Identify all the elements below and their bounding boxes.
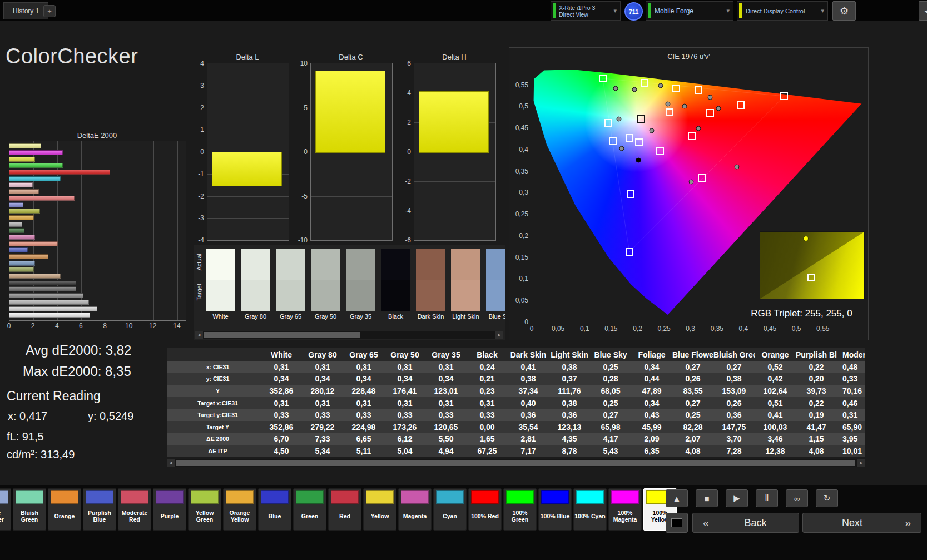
table-cell: 123,01 bbox=[425, 386, 467, 395]
add-tab-button[interactable]: + bbox=[43, 5, 56, 17]
patch-label: Light Skin bbox=[451, 313, 480, 320]
deltae-bar-row bbox=[9, 195, 186, 202]
scrollbar-thumb[interactable] bbox=[176, 460, 855, 466]
color-tile-moderate-red[interactable]: Moderate Red bbox=[118, 488, 151, 531]
tile-label: Green bbox=[301, 504, 318, 528]
color-tile-magenta[interactable]: Magenta bbox=[398, 488, 432, 531]
patch-strip-scrollbar[interactable]: ◄ ► bbox=[195, 331, 503, 339]
table-row-label: x: CIE31 bbox=[167, 364, 261, 370]
color-tile-100-blue[interactable]: 100% Blue bbox=[538, 488, 572, 531]
collapse-panel-button[interactable]: ◀ bbox=[919, 1, 927, 21]
scroll-right-icon[interactable]: ► bbox=[857, 459, 865, 467]
axis-tick-label: 0,4 bbox=[739, 325, 748, 333]
tile-label: Red bbox=[339, 504, 350, 528]
deltae-bar bbox=[9, 150, 63, 155]
color-tile-100-cyan[interactable]: 100% Cyan bbox=[573, 488, 607, 531]
continuous-measure-button[interactable]: ∞ bbox=[786, 489, 808, 507]
chevron-up-button[interactable]: ▲ bbox=[666, 489, 688, 507]
table-column-header: Moderate Red bbox=[837, 350, 865, 359]
color-tile-100-green[interactable]: 100% Green bbox=[503, 488, 537, 531]
delta-c-chart: 1050-5-10 bbox=[310, 63, 393, 241]
table-column-header: Gray 65 bbox=[343, 350, 384, 359]
patch-label: White bbox=[206, 313, 235, 320]
page-title: ColorChecker bbox=[6, 44, 138, 68]
gridline bbox=[207, 196, 289, 197]
display-preview-button[interactable] bbox=[666, 513, 688, 533]
pause-button[interactable]: Ⅱ bbox=[756, 489, 778, 507]
table-cell: 4,35 bbox=[549, 434, 590, 443]
table-cell: 4,17 bbox=[590, 434, 631, 443]
color-tile-orange[interactable]: Orange bbox=[48, 488, 81, 531]
source-selector[interactable]: Mobile Forge ▾ bbox=[646, 1, 733, 21]
tile-swatch bbox=[121, 490, 148, 504]
table-cell: 279,22 bbox=[302, 423, 343, 432]
patch-actual-half bbox=[276, 249, 305, 280]
deltae-chart-title: DeltaE 2000 bbox=[9, 131, 185, 140]
gridline bbox=[414, 181, 495, 182]
meter-selector[interactable]: X-Rite i1Pro 3 Direct View ▾ bbox=[551, 1, 621, 21]
stop-button[interactable]: ■ bbox=[696, 489, 718, 507]
source-status-indicator bbox=[648, 3, 651, 18]
delta-h-chart: 6420-2-4-6 bbox=[414, 63, 496, 241]
meter-mode: Direct View bbox=[559, 11, 609, 18]
table-cell: 82,28 bbox=[672, 423, 713, 432]
axis-tick-label: 8 bbox=[103, 322, 107, 330]
color-tile-blue-flower[interactable]: Blue Flower bbox=[0, 488, 11, 531]
next-button[interactable]: Next » bbox=[802, 513, 921, 533]
deltae-bar-row bbox=[9, 305, 186, 312]
cie-diagram-panel: CIE 1976 u'v' 0,550,50,450,40,350,30,250… bbox=[509, 47, 869, 340]
tile-swatch bbox=[331, 490, 359, 504]
table-scrollbar[interactable]: ◄ ► bbox=[167, 459, 865, 467]
settings-gear-button[interactable]: ⚙ bbox=[832, 1, 856, 21]
color-tile-purplish-blue[interactable]: Purplish Blue bbox=[83, 488, 116, 531]
axis-tick-label: -4 bbox=[189, 236, 204, 244]
patch-label: Gray 35 bbox=[346, 313, 375, 320]
gridline bbox=[207, 108, 289, 108]
table-column-header: Dark Skin bbox=[508, 350, 549, 359]
axis-tick-label: 0 bbox=[507, 318, 528, 326]
deltae-bar bbox=[9, 274, 61, 279]
table-row: Target y:CIE310,330,330,330,330,330,330,… bbox=[167, 409, 865, 421]
color-tile-blue[interactable]: Blue bbox=[258, 488, 291, 531]
axis-tick-label: 0,2 bbox=[633, 325, 642, 333]
play-button[interactable]: ▶ bbox=[726, 489, 748, 507]
repeat-button[interactable]: ↻ bbox=[816, 489, 838, 507]
cie-target-square bbox=[780, 92, 788, 100]
color-tile-bluish-green[interactable]: Bluish Green bbox=[13, 488, 46, 531]
color-tile-yellow[interactable]: Yellow bbox=[363, 488, 396, 531]
color-tile-100-magenta[interactable]: 100% Magenta bbox=[608, 488, 642, 531]
table-cell: 0,33 bbox=[261, 410, 302, 419]
history-tab[interactable]: History 1 bbox=[3, 2, 48, 19]
table-cell: 3,70 bbox=[713, 434, 755, 443]
luminance-badge[interactable]: 711 bbox=[624, 2, 643, 21]
gridline bbox=[207, 218, 289, 219]
scroll-left-icon[interactable]: ◄ bbox=[167, 459, 175, 467]
back-button[interactable]: « Back bbox=[692, 513, 799, 533]
color-tile-purple[interactable]: Purple bbox=[153, 488, 186, 531]
cie-target-square bbox=[737, 101, 745, 109]
cie-target-square bbox=[666, 108, 673, 116]
table-cell: 0,38 bbox=[508, 374, 549, 383]
table-column-header: Orange bbox=[755, 350, 796, 359]
scroll-right-icon[interactable]: ► bbox=[495, 331, 503, 339]
color-tile-cyan[interactable]: Cyan bbox=[433, 488, 467, 531]
scrollbar-thumb[interactable] bbox=[204, 332, 360, 338]
table-cell: 0,31 bbox=[384, 399, 425, 408]
color-tile-green[interactable]: Green bbox=[293, 488, 326, 531]
color-tile-orange-yellow[interactable]: Orange Yellow bbox=[223, 488, 256, 531]
table-cell: 39,73 bbox=[796, 386, 837, 395]
deltae-bar bbox=[9, 241, 58, 246]
color-tile-100-red[interactable]: 100% Red bbox=[468, 488, 502, 531]
table-cell: 5,43 bbox=[590, 447, 631, 455]
cie-target-square bbox=[626, 134, 633, 142]
table-row: ΔE ITP4,505,345,115,044,9467,257,178,785… bbox=[167, 445, 865, 457]
cie-zoom-inset bbox=[760, 231, 865, 299]
axis-tick-label: 0,3 bbox=[686, 325, 695, 333]
table-row: x: CIE310,310,310,310,310,310,240,410,38… bbox=[167, 361, 865, 373]
scroll-left-icon[interactable]: ◄ bbox=[195, 331, 203, 339]
color-tile-yellow-green[interactable]: Yellow Green bbox=[188, 488, 221, 531]
color-tile-red[interactable]: Red bbox=[328, 488, 361, 531]
table-row-label: Target Y bbox=[167, 424, 261, 430]
display-control-selector[interactable]: Direct Display Control ▾ bbox=[737, 1, 828, 21]
axis-tick-label: 0 bbox=[189, 148, 204, 156]
